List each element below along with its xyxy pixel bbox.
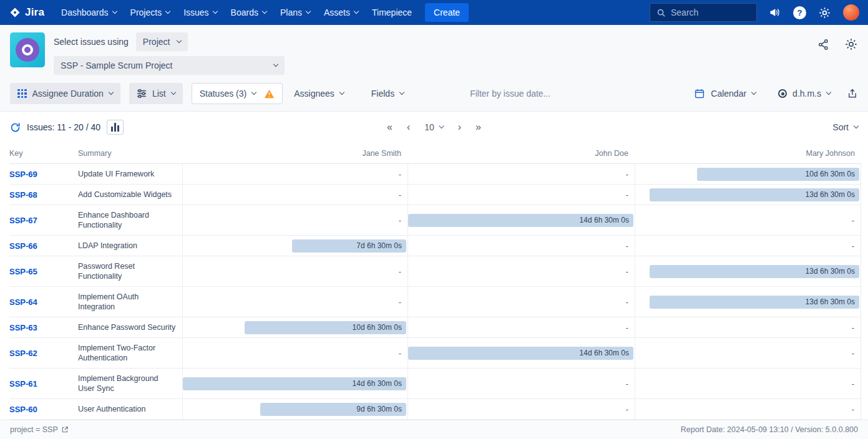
assignee-duration-cell: 10d 6h 30m 0s (182, 317, 407, 337)
assignee-duration-cell: 9d 6h 30m 0s (182, 399, 407, 419)
jql-query: project = SSP (10, 425, 69, 434)
toolbar-right-group: Calendar d.h.m.s (688, 82, 858, 105)
chevron-down-icon (399, 90, 404, 95)
issue-key-link[interactable]: SSP-66 (9, 241, 37, 251)
issue-key-cell: SSP-66 (9, 240, 78, 251)
issue-key-cell: SSP-69 (9, 168, 78, 180)
issue-key-link[interactable]: SSP-62 (9, 349, 37, 358)
chevron-down-icon (826, 90, 831, 95)
assignee-duration-cell: 7d 6h 30m 0s (182, 236, 407, 256)
prev-page-button[interactable]: ‹ (407, 122, 410, 132)
issue-key-link[interactable]: SSP-63 (9, 323, 37, 332)
issue-date-filter-input[interactable] (470, 89, 588, 99)
help-icon: ? (793, 6, 806, 19)
page-footer: project = SSP Report Date: 2024-05-09 13… (0, 420, 868, 439)
nav-menu-issues[interactable]: Issues (177, 0, 223, 25)
issues-count-group: Issues: 11 - 20 / 40 (10, 120, 124, 135)
user-avatar[interactable] (843, 4, 859, 21)
issue-summary: Implement Two-Factor Authentication (78, 338, 182, 368)
jira-logo-icon (9, 6, 21, 19)
nav-menu-projects[interactable]: Projects (124, 0, 177, 25)
report-header: Select issues using Project SSP - Sample… (0, 25, 868, 112)
nav-menu-boards[interactable]: Boards (224, 0, 273, 25)
last-page-button[interactable]: » (475, 122, 481, 132)
refresh-button[interactable] (10, 122, 21, 133)
sort-dropdown[interactable]: Sort (832, 122, 858, 132)
top-navbar: Jira DashboardsProjectsIssuesBoardsPlans… (0, 0, 868, 25)
first-page-button[interactable]: « (387, 122, 393, 132)
issue-key-link[interactable]: SSP-65 (9, 267, 37, 276)
view-dropdown[interactable]: List (129, 83, 183, 104)
assignee-duration-table: Key Summary Jane Smith John Doe Mary Joh… (9, 144, 861, 420)
assignee-duration-cell: - (635, 399, 861, 419)
jira-logo[interactable]: Jira (9, 6, 44, 19)
select-issues-label: Select issues using (54, 37, 129, 47)
assignee-duration-cell: - (635, 338, 861, 368)
nav-menu-plans[interactable]: Plans (273, 0, 317, 25)
chart-view-button[interactable] (107, 120, 124, 135)
duration-bar: 14d 6h 30m 0s (183, 377, 406, 390)
share-icon (817, 39, 829, 51)
external-link-icon[interactable] (61, 426, 69, 433)
chevron-down-icon (751, 90, 756, 95)
assignee-duration-cell: - (635, 317, 861, 337)
nav-menu-label: Projects (130, 7, 162, 17)
next-page-button[interactable]: › (458, 122, 461, 132)
issue-source-dropdown[interactable]: Project (136, 32, 188, 51)
empty-duration: - (399, 216, 407, 225)
create-button[interactable]: Create (425, 3, 469, 22)
report-settings-button[interactable] (844, 37, 858, 51)
table-row: SSP-62Implement Two-Factor Authenticatio… (9, 338, 861, 369)
export-button[interactable] (847, 88, 858, 99)
fields-dropdown[interactable]: Fields (365, 83, 410, 104)
issue-key-link[interactable]: SSP-60 (9, 405, 37, 414)
issue-key-link[interactable]: SSP-68 (9, 190, 37, 200)
report-type-dropdown[interactable]: Assignee Duration (10, 83, 120, 104)
nav-menu-assets[interactable]: Assets (317, 0, 365, 25)
column-header-jane-smith: Jane Smith (182, 149, 407, 158)
warning-icon (264, 89, 275, 99)
table-row: SSP-66LDAP Integration7d 6h 30m 0s-- (9, 236, 861, 256)
help-button[interactable]: ? (793, 6, 806, 19)
calendar-dropdown[interactable]: Calendar (688, 82, 762, 105)
issue-key-cell: SSP-63 (9, 322, 78, 333)
time-format-label: d.h.m.s (792, 89, 821, 99)
settings-button[interactable] (818, 6, 831, 19)
global-search[interactable] (650, 3, 757, 22)
issue-summary: User Authentication (78, 399, 182, 419)
nav-menu-timepiece[interactable]: Timepiece (365, 0, 419, 25)
jira-logo-text: Jira (25, 6, 44, 19)
table-row: SSP-69Update UI Framework--10d 6h 30m 0s (9, 164, 861, 185)
assignee-duration-cell: - (407, 185, 635, 205)
issue-key-link[interactable]: SSP-67 (9, 216, 37, 225)
statuses-dropdown[interactable]: Statuses (3) (192, 83, 283, 104)
chevron-down-icon (354, 9, 359, 14)
page-size-dropdown[interactable]: 10 (424, 122, 444, 132)
issue-key-link[interactable]: SSP-69 (9, 170, 37, 179)
time-format-dropdown[interactable]: d.h.m.s (772, 83, 837, 104)
chevron-down-icon (112, 9, 117, 14)
pagination-row: Issues: 11 - 20 / 40 « ‹ 10 › » Sort (0, 112, 868, 143)
nav-menu-label: Assets (324, 7, 350, 17)
nav-menu-dashboards[interactable]: Dashboards (54, 0, 124, 25)
issue-key-link[interactable]: SSP-64 (9, 297, 37, 307)
empty-duration: - (626, 379, 635, 388)
assignees-dropdown[interactable]: Assignees (288, 83, 350, 104)
announcement-button[interactable] (769, 6, 781, 19)
table-body: SSP-69Update UI Framework--10d 6h 30m 0s… (9, 164, 861, 420)
empty-duration: - (399, 170, 407, 179)
assignee-duration-cell: 13d 6h 30m 0s (635, 256, 861, 286)
chevron-down-icon (439, 123, 444, 128)
chevron-down-icon (262, 9, 267, 14)
search-input[interactable] (671, 7, 746, 17)
report-toolbar: Assignee Duration List Statuses (3) Assi… (10, 82, 858, 105)
issue-source-value: Project (143, 37, 170, 47)
project-dropdown[interactable]: SSP - Sample Scrum Project (54, 56, 285, 75)
assignee-duration-cell: 14d 6h 30m 0s (407, 338, 635, 368)
share-button[interactable] (817, 39, 829, 51)
assignee-duration-cell: 10d 6h 30m 0s (635, 164, 861, 184)
fields-label: Fields (371, 89, 394, 99)
issue-summary: Update UI Framework (78, 164, 182, 184)
sliders-icon (137, 89, 147, 98)
issue-key-link[interactable]: SSP-61 (9, 379, 37, 388)
